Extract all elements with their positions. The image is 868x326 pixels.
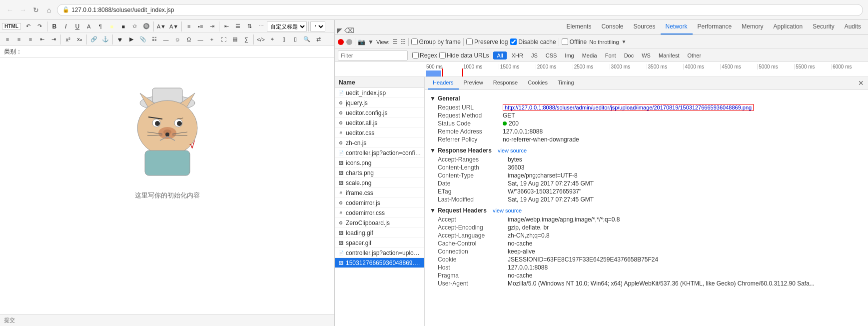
redo-btn[interactable]: ↷ (34, 21, 45, 32)
request-headers-section-title[interactable]: ▼ Request Headers view source (430, 207, 863, 214)
line-height-btn[interactable]: ⇅ (244, 21, 255, 32)
file-item[interactable]: 📄uedit_index.jsp (335, 88, 424, 98)
bold-btn[interactable]: B (49, 21, 60, 32)
italic-btn[interactable]: I (60, 21, 71, 32)
tab-timing[interactable]: Timing (553, 77, 579, 90)
editor-placeholder[interactable]: 这里写你的初始化内容 (135, 191, 200, 200)
reload-button[interactable]: ↻ (31, 5, 41, 15)
align4-btn[interactable]: ≡ (25, 34, 36, 45)
superscript-btn[interactable]: x² (62, 34, 73, 45)
file-item[interactable]: ⚙ueditor.all.js (335, 118, 424, 128)
file-item[interactable]: #iframe.css (335, 188, 424, 198)
tab-network[interactable]: Network (661, 20, 693, 34)
filter-img-btn[interactable]: Img (562, 52, 577, 60)
paste-btn[interactable]: ▯ (290, 34, 301, 45)
smiley-btn[interactable]: ☺ (172, 34, 183, 45)
file-item[interactable]: 🖼loading.gif (335, 228, 424, 238)
code-btn[interactable]: </> (255, 34, 266, 45)
filter-input[interactable] (338, 50, 408, 60)
minus-btn[interactable]: — (195, 34, 206, 45)
camera-btn[interactable]: 📷 (358, 38, 365, 46)
file-item[interactable]: ⚙ueditor.config.js (335, 108, 424, 118)
special2-btn[interactable]: Ω (183, 34, 194, 45)
file-item[interactable]: 🖼scale.png (335, 178, 424, 188)
preserve-log-label[interactable]: Preserve log (466, 38, 508, 46)
underline-btn[interactable]: U (72, 21, 83, 32)
copy-btn[interactable]: ▯ (278, 34, 289, 45)
font-size-btn[interactable]: 🔘 (141, 21, 152, 32)
file-item[interactable]: 🖼icons.png (335, 158, 424, 168)
subscript-btn[interactable]: x₂ (74, 34, 85, 45)
clear-btn[interactable] (346, 39, 352, 45)
highlight-btn[interactable]: ■ (106, 21, 117, 32)
filter-media-btn[interactable]: Media (579, 52, 600, 60)
align2-btn[interactable]: ≡ (2, 34, 13, 45)
file-item[interactable]: ⚙zh-cn.js (335, 138, 424, 148)
filter-xhr-btn[interactable]: XHR (509, 52, 526, 60)
view-source-btn2[interactable]: view source (493, 208, 522, 214)
view-list-btn[interactable]: ☰ (392, 38, 398, 46)
formula-btn[interactable]: ∑ (241, 34, 252, 45)
format-btn[interactable]: ¶ (95, 21, 106, 32)
search-btn[interactable]: 🔍 (301, 34, 312, 45)
tab-sources[interactable]: Sources (628, 20, 660, 34)
file-item[interactable]: #ueditor.css (335, 128, 424, 138)
anchor-btn[interactable]: ⚓ (100, 34, 111, 45)
filter-doc-btn[interactable]: Doc (621, 52, 637, 60)
throttling-dropdown-btn[interactable]: ▼ (622, 39, 627, 44)
general-section-title[interactable]: ▼ General (430, 95, 863, 102)
undo-btn[interactable]: ↶ (23, 21, 34, 32)
editor-content[interactable]: — √ 这里写你的初始化内容 (0, 58, 334, 314)
font-btn[interactable]: A (83, 21, 94, 32)
disable-cache-checkbox[interactable] (510, 38, 517, 45)
video-btn[interactable]: ▶ (126, 34, 137, 45)
offline-checkbox[interactable] (562, 38, 568, 45)
view-waterfall-btn[interactable]: ☷ (400, 38, 406, 46)
regex-label[interactable]: Regex (412, 52, 437, 59)
filter-css-btn[interactable]: CSS (543, 52, 560, 60)
indent-btn[interactable]: ⇥ (206, 21, 217, 32)
ul-btn[interactable]: •≡ (195, 21, 206, 32)
hide-data-urls-label[interactable]: Hide data URLs (439, 52, 489, 59)
filter-all-btn[interactable]: All (493, 52, 506, 60)
tab-memory[interactable]: Memory (737, 20, 768, 34)
preserve-log-checkbox[interactable] (466, 38, 473, 45)
plus-btn[interactable]: + (206, 34, 217, 45)
zoom-select[interactable]: ▼ (310, 22, 325, 32)
group-by-frame-checkbox[interactable] (411, 38, 418, 45)
address-bar[interactable] (71, 6, 858, 14)
devtools-mobile-btn[interactable]: ⌫ (344, 26, 354, 34)
outdent-btn[interactable]: ⇤ (36, 34, 47, 45)
file-item[interactable]: ⚙jquery.js (335, 98, 424, 108)
link-btn[interactable]: 🔗 (88, 34, 99, 45)
tab-response[interactable]: Response (488, 77, 523, 90)
map-btn[interactable]: ⛶ (218, 34, 229, 45)
filter-font-btn[interactable]: Font (602, 52, 619, 60)
ol-btn[interactable]: ≡ (183, 21, 194, 32)
tab-security[interactable]: Security (808, 20, 839, 34)
align-center-btn[interactable]: ☰ (232, 21, 243, 32)
file-item[interactable]: #codemirror.css (335, 208, 424, 218)
bg-btn[interactable]: A▼ (168, 21, 180, 32)
color2-btn[interactable]: A▼ (155, 21, 167, 32)
file-item[interactable]: 📄controller.jsp?action=uploadi... (335, 248, 424, 258)
tab-cookies[interactable]: Cookies (523, 77, 553, 90)
disable-cache-label[interactable]: Disable cache (510, 38, 556, 46)
filter-ws-btn[interactable]: WS (639, 52, 654, 60)
table-btn[interactable]: ☷ (149, 34, 160, 45)
view-source-btn1[interactable]: view source (498, 148, 527, 154)
file-item[interactable]: ⚙ZeroClipboard.js (335, 218, 424, 228)
tab-elements[interactable]: Elements (561, 20, 596, 34)
file-item[interactable]: 🖼spacer.gif (335, 238, 424, 248)
filter-toggle-btn[interactable]: ▼ (368, 38, 374, 46)
response-headers-section-title[interactable]: ▼ Response Headers view source (430, 147, 863, 154)
tab-console[interactable]: Console (596, 20, 628, 34)
tab-application[interactable]: Application (769, 20, 808, 34)
tab-audits[interactable]: Audits (840, 20, 866, 34)
close-panel-btn[interactable]: ✕ (858, 79, 864, 87)
offline-label[interactable]: Offline (562, 38, 587, 46)
filter-other-btn[interactable]: Other (685, 52, 705, 60)
replace-btn[interactable]: ⇄ (313, 34, 324, 45)
style-select[interactable]: 自定义标题 (267, 22, 307, 32)
file-item[interactable]: 🖼charts.png (335, 168, 424, 178)
